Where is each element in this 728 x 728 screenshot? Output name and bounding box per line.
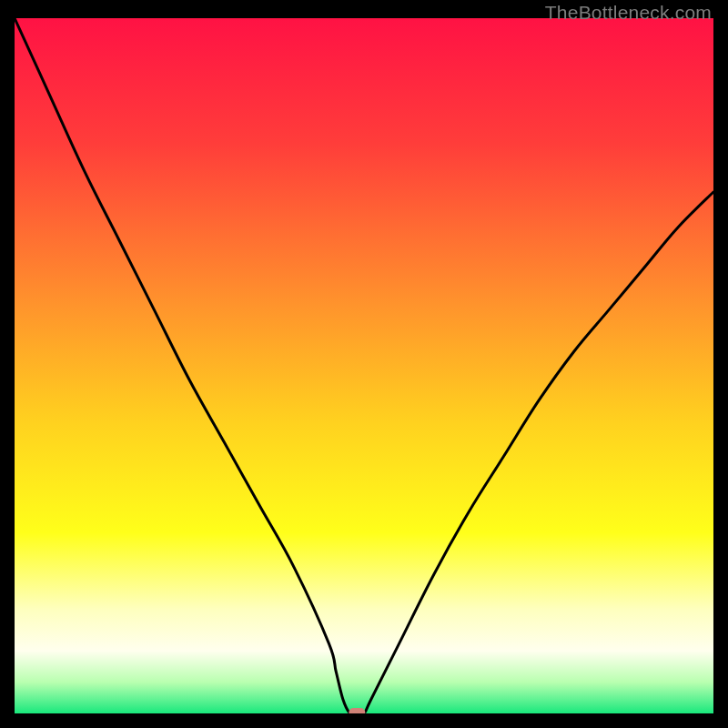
- marker-dot: [349, 708, 365, 713]
- watermark-text: TheBottleneck.com: [545, 2, 712, 24]
- chart-frame: [15, 18, 713, 713]
- bottleneck-chart: [15, 18, 713, 713]
- gradient-background: [15, 18, 713, 713]
